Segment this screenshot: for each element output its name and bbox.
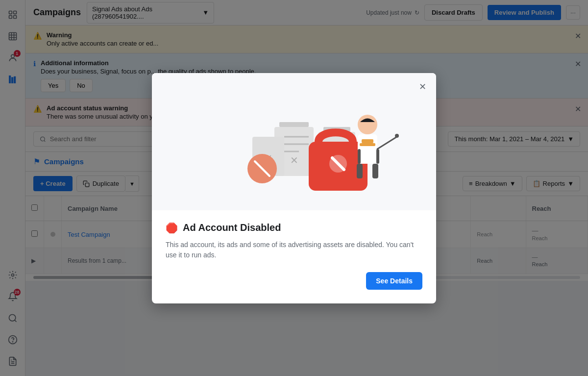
svg-rect-40 (372, 164, 378, 178)
ad-disabled-modal: ✕ ✕ ✕ ✕ (152, 73, 436, 303)
svg-point-33 (358, 115, 377, 134)
see-details-button[interactable]: See Details (366, 272, 422, 290)
svg-rect-18 (279, 122, 309, 127)
svg-line-41 (377, 137, 397, 149)
svg-rect-37 (358, 149, 361, 164)
modal-illustration: ✕ ✕ ✕ (152, 73, 436, 210)
svg-point-42 (395, 134, 399, 138)
svg-rect-38 (376, 149, 379, 164)
modal-title: 🛑 Ad Account Disabled (166, 222, 422, 234)
disabled-illustration: ✕ ✕ ✕ (176, 78, 412, 205)
modal-body: 🛑 Ad Account Disabled This ad account, i… (152, 210, 436, 303)
modal-close-button[interactable]: ✕ (416, 80, 429, 94)
modal-footer: See Details (166, 272, 422, 290)
svg-text:✕: ✕ (290, 155, 298, 166)
svg-rect-39 (357, 164, 363, 178)
disabled-icon: 🛑 (166, 222, 178, 234)
modal-description: This ad account, its ads and some of its… (166, 240, 422, 260)
svg-rect-36 (360, 143, 375, 146)
svg-rect-35 (362, 139, 373, 143)
modal-overlay[interactable]: ✕ ✕ ✕ ✕ (0, 0, 588, 376)
